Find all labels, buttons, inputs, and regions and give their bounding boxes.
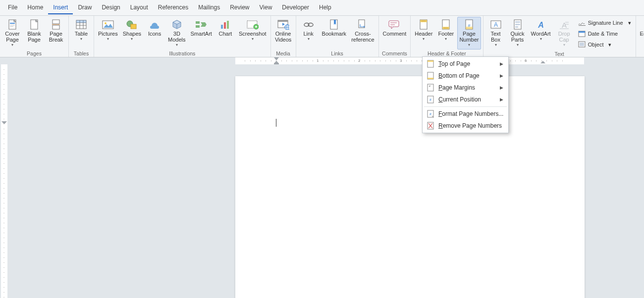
- text-box-button[interactable]: A TextBox ▾: [485, 17, 506, 50]
- horizontal-ruler[interactable]: 123456: [0, 57, 644, 64]
- svg-rect-35: [359, 20, 365, 28]
- tab-references[interactable]: References: [153, 1, 193, 14]
- icons-button[interactable]: Icons: [144, 17, 165, 50]
- wordart-button[interactable]: A WordArt ▾: [529, 17, 553, 50]
- tab-file[interactable]: File: [3, 1, 22, 14]
- comment-button[interactable]: Comment: [381, 17, 409, 50]
- shapes-label: Shapes: [123, 31, 141, 37]
- pictures-button[interactable]: Pictures ▾: [96, 17, 120, 50]
- drop-cap-button[interactable]: A DropCap ▾: [554, 17, 575, 50]
- ruler-right-indent[interactable]: [540, 61, 545, 64]
- dropdown-arrow-icon: ▾: [131, 37, 133, 41]
- object-button[interactable]: Object ▾: [577, 40, 633, 50]
- tab-view[interactable]: View: [255, 1, 277, 14]
- table-button[interactable]: Table ▾: [71, 17, 92, 50]
- menu-page-margins[interactable]: # Page Margins ▶: [424, 82, 507, 94]
- screenshot-icon: [247, 19, 259, 30]
- cross-reference-button[interactable]: Cross-reference: [349, 17, 376, 50]
- svg-rect-22: [224, 22, 226, 29]
- date-time-button[interactable]: Date & Time: [577, 29, 633, 39]
- svg-rect-34: [330, 20, 337, 29]
- wordart-label: WordArt: [531, 31, 551, 37]
- menu-current-position[interactable]: # Current Position ▶: [424, 94, 507, 105]
- document-page[interactable]: [235, 76, 585, 298]
- smartart-button[interactable]: SmartArt: [189, 17, 214, 50]
- vertical-ruler[interactable]: [1, 64, 7, 298]
- 3d-models-button[interactable]: 3DModels ▾: [166, 17, 187, 50]
- svg-rect-70: [428, 78, 433, 79]
- current-position-icon: #: [427, 96, 434, 103]
- bookmark-button[interactable]: Bookmark: [320, 17, 349, 50]
- tab-draw[interactable]: Draw: [73, 1, 97, 14]
- quick-parts-button[interactable]: QuickParts ▾: [507, 17, 528, 50]
- svg-rect-4: [31, 20, 38, 29]
- svg-rect-61: [579, 31, 585, 33]
- dropdown-arrow-icon: ▾: [176, 43, 178, 47]
- footer-button[interactable]: Footer ▾: [435, 17, 456, 50]
- tab-layout[interactable]: Layout: [125, 1, 153, 14]
- svg-rect-36: [389, 21, 399, 27]
- svg-rect-77: [428, 122, 433, 129]
- svg-text:A: A: [493, 21, 497, 28]
- blank-page-button[interactable]: BlankPage: [24, 17, 45, 50]
- menu-format-page-numbers[interactable]: # Format Page Numbers...: [424, 108, 507, 120]
- svg-rect-13: [76, 20, 86, 23]
- smartart-label: SmartArt: [191, 31, 212, 37]
- group-header-footer: Header ▾ Footer ▾ # PageNumber ▾ Header …: [411, 16, 483, 57]
- svg-rect-63: [580, 43, 584, 46]
- chart-label: Chart: [218, 31, 232, 37]
- ruler-first-line-indent[interactable]: [274, 57, 279, 60]
- dropdown-arrow-icon: ▾: [495, 43, 497, 47]
- svg-rect-8: [76, 20, 86, 29]
- link-button[interactable]: Link ▾: [298, 17, 319, 50]
- tab-help[interactable]: Help: [314, 1, 336, 14]
- chart-button[interactable]: Chart: [215, 17, 236, 50]
- tab-insert[interactable]: Insert: [48, 1, 73, 14]
- equation-button[interactable]: π Equation ▾: [638, 17, 644, 50]
- group-media: OnlineVideos Media: [271, 16, 296, 57]
- tab-review[interactable]: Review: [225, 1, 254, 14]
- online-videos-button[interactable]: OnlineVideos: [273, 17, 294, 50]
- page-break-button[interactable]: PageBreak: [46, 17, 66, 50]
- svg-rect-14: [103, 21, 113, 29]
- submenu-arrow-icon: ▶: [500, 85, 503, 90]
- dropdown-arrow-icon: ▾: [608, 42, 611, 48]
- tab-home[interactable]: Home: [22, 1, 48, 14]
- tab-mailings[interactable]: Mailings: [193, 1, 225, 14]
- pictures-icon: [102, 19, 114, 30]
- vruler-top-indent[interactable]: [1, 119, 7, 126]
- page-number-button[interactable]: # PageNumber ▾: [457, 17, 481, 50]
- date-time-icon: [578, 30, 586, 38]
- shapes-icon: [126, 19, 137, 30]
- tab-design[interactable]: Design: [97, 1, 125, 14]
- page-break-label: PageBreak: [49, 31, 63, 43]
- dropdown-arrow-icon: ▾: [80, 37, 82, 41]
- menu-bottom-of-page[interactable]: Bottom of Page ▶: [424, 70, 507, 82]
- page-number-menu: Top of Page ▶ Bottom of Page ▶ # Page Ma…: [422, 56, 509, 133]
- svg-rect-39: [420, 20, 427, 29]
- ruler-left-indent[interactable]: [274, 61, 279, 64]
- menu-remove-page-numbers[interactable]: Remove Page Numbers: [424, 120, 507, 132]
- group-links-label: Links: [298, 50, 376, 57]
- cross-reference-label: Cross-reference: [351, 31, 374, 43]
- signature-line-button[interactable]: Signature Line ▾: [577, 18, 633, 28]
- link-label: Link: [304, 31, 314, 37]
- svg-rect-26: [278, 20, 288, 28]
- group-symbols-label: Symbols: [638, 50, 644, 57]
- header-label: Header: [415, 31, 432, 37]
- header-button[interactable]: Header ▾: [413, 17, 434, 50]
- shapes-button[interactable]: Shapes ▾: [121, 17, 143, 50]
- svg-rect-53: [515, 26, 518, 28]
- group-text: A TextBox ▾ QuickParts ▾ A WordArt ▾: [483, 16, 636, 57]
- group-tables: Table ▾ Tables: [69, 16, 94, 57]
- dropdown-arrow-icon: ▾: [252, 37, 254, 41]
- screenshot-button[interactable]: Screenshot ▾: [237, 17, 268, 50]
- signature-line-label: Signature Line: [588, 20, 623, 26]
- text-box-icon: A: [490, 19, 501, 30]
- svg-rect-40: [420, 20, 427, 22]
- cover-page-button[interactable]: CoverPage ▾: [2, 17, 23, 50]
- footer-label: Footer: [438, 31, 454, 37]
- tab-developer[interactable]: Developer: [277, 1, 314, 14]
- menu-top-of-page[interactable]: Top of Page ▶: [424, 58, 507, 70]
- svg-rect-43: [442, 27, 449, 29]
